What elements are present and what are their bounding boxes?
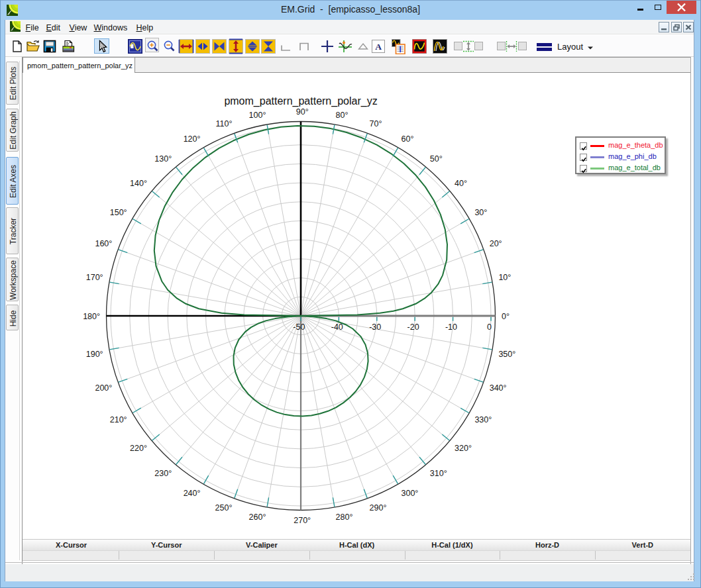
svg-text:240°: 240° [184,489,201,498]
svg-text:190°: 190° [86,350,103,359]
svg-text:50°: 50° [430,154,443,164]
svg-text:40°: 40° [455,179,467,188]
svg-text:-20: -20 [407,322,419,332]
svg-text:250°: 250° [215,503,233,513]
svg-text:120°: 120° [184,134,201,144]
svg-text:290°: 290° [370,503,387,513]
svg-text:20°: 20° [490,239,502,248]
svg-text:170°: 170° [86,273,103,282]
svg-text:10°: 10° [498,273,511,282]
svg-text:150°: 150° [110,208,127,217]
svg-text:260°: 260° [249,513,266,522]
svg-text:340°: 340° [490,383,507,393]
svg-text:-30: -30 [369,322,381,332]
svg-text:320°: 320° [455,444,472,453]
svg-text:140°: 140° [130,179,147,188]
svg-text:230°: 230° [154,469,172,478]
svg-text:pmom_pattern_pattern_polar_yz: pmom_pattern_pattern_polar_yz [224,95,377,107]
svg-text:70°: 70° [370,119,382,128]
svg-text:110°: 110° [215,119,232,128]
svg-text:310°: 310° [430,469,447,478]
svg-text:180°: 180° [83,312,100,321]
svg-text:350°: 350° [498,350,515,359]
svg-text:60°: 60° [402,134,414,144]
svg-text:0: 0 [487,322,492,332]
svg-text:300°: 300° [402,489,419,498]
svg-text:-50: -50 [293,322,305,332]
svg-text:270°: 270° [294,516,311,525]
svg-text:-40: -40 [331,322,343,332]
svg-text:280°: 280° [336,513,353,522]
svg-text:210°: 210° [110,415,127,424]
svg-text:80°: 80° [336,111,349,120]
svg-text:30°: 30° [474,208,487,217]
svg-text:130°: 130° [154,154,172,164]
svg-text:90°: 90° [296,107,309,117]
svg-text:160°: 160° [95,239,112,248]
svg-text:100°: 100° [249,111,266,120]
svg-text:0°: 0° [502,312,510,321]
svg-text:220°: 220° [130,444,147,453]
svg-text:200°: 200° [95,383,112,393]
svg-text:-10: -10 [445,322,457,332]
svg-text:A: A [375,42,382,52]
svg-text:330°: 330° [474,415,492,424]
